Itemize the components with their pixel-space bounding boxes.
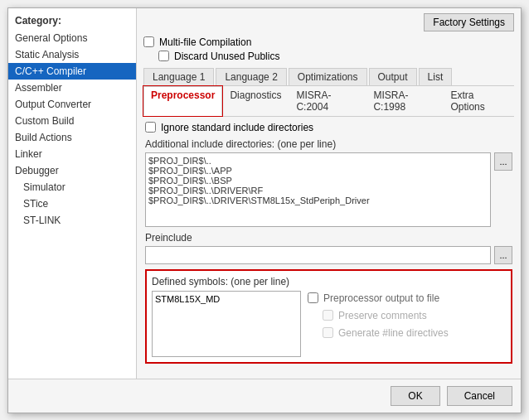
ignore-std-label: Ignore standard include directories <box>161 122 313 133</box>
preserve-comments-label: Preserve comments <box>338 310 427 321</box>
sidebar-item-static-analysis[interactable]: Static Analysis <box>8 46 136 63</box>
top-bar: Factory Settings <box>143 13 514 31</box>
preinclude-row: ... <box>145 246 512 264</box>
defined-symbols-textarea[interactable] <box>152 291 301 357</box>
discard-unused-checkbox[interactable] <box>158 51 169 61</box>
tab-language1[interactable]: Language 1 <box>143 68 214 85</box>
ok-button[interactable]: OK <box>391 386 439 406</box>
tab2-extra-options[interactable]: Extra Options <box>443 86 514 116</box>
tab-list[interactable]: List <box>419 68 453 85</box>
discard-unused-label: Discard Unused Publics <box>174 51 279 62</box>
tab-output[interactable]: Output <box>369 68 417 85</box>
multi-file-row: Multi-file Compilation <box>143 36 514 48</box>
factory-settings-button[interactable]: Factory Settings <box>424 13 514 31</box>
main-content: Factory Settings Multi-file Compilation … <box>137 8 521 379</box>
ignore-std-checkbox[interactable] <box>145 122 156 133</box>
preproc-output-row: Preprocessor output to file <box>308 292 449 304</box>
include-dirs-textarea[interactable] <box>145 152 491 227</box>
ignore-std-row: Ignore standard include directories <box>145 122 512 133</box>
sidebar-item-simulator[interactable]: Simulator <box>8 179 136 196</box>
sidebar-item-st-link[interactable]: ST-LINK <box>8 212 136 229</box>
defined-symbols-label: Defined symbols: (one per line) <box>152 276 506 287</box>
defined-symbols-section: Defined symbols: (one per line) Preproce… <box>145 269 512 364</box>
sidebar-item-cpp-compiler[interactable]: C/C++ Compiler <box>8 63 136 80</box>
tab2-misra1998[interactable]: MISRA-C:1998 <box>366 86 443 116</box>
content-area: Ignore standard include directories Addi… <box>143 117 514 374</box>
defined-symbols-body: Preprocessor output to file Preserve com… <box>152 291 506 357</box>
include-dirs-wrapper: ... <box>145 152 512 227</box>
tabs-row2: PreprocessorDiagnosticsMISRA-C:2004MISRA… <box>143 86 514 117</box>
preinclude-input[interactable] <box>145 246 491 264</box>
multi-file-checkbox[interactable] <box>143 36 154 47</box>
preserve-comments-checkbox[interactable] <box>323 310 333 321</box>
sidebar-item-linker[interactable]: Linker <box>8 146 136 162</box>
sidebar-item-general-options[interactable]: General Options <box>8 30 136 46</box>
tab2-misra2004[interactable]: MISRA-C:2004 <box>289 86 366 116</box>
preproc-output-checkbox[interactable] <box>308 292 318 303</box>
sidebar-item-stice[interactable]: STice <box>8 196 136 212</box>
include-dirs-browse-button[interactable]: ... <box>494 152 512 171</box>
preinclude-label: Preinclude <box>145 232 512 244</box>
preproc-output-label: Preprocessor output to file <box>323 292 439 304</box>
generate-directives-row: Generate #line directives <box>323 327 449 339</box>
preproc-options: Preprocessor output to file Preserve com… <box>308 291 449 357</box>
tab-language2[interactable]: Language 2 <box>216 68 286 85</box>
tab2-diagnostics[interactable]: Diagnostics <box>222 86 289 116</box>
preinclude-browse-button[interactable]: ... <box>494 246 512 264</box>
sidebar-item-debugger[interactable]: Debugger <box>8 162 136 179</box>
multi-file-label: Multi-file Compilation <box>159 36 251 48</box>
additional-dirs-label: Additional include directories: (one per… <box>145 138 512 150</box>
sidebar: Category: General OptionsStatic Analysis… <box>8 8 137 379</box>
preserve-comments-row: Preserve comments <box>323 310 449 321</box>
sidebar-item-output-converter[interactable]: Output Converter <box>8 96 136 113</box>
category-label: Category: <box>8 12 136 30</box>
tab2-preprocessor[interactable]: Preprocessor <box>143 86 222 116</box>
cancel-button[interactable]: Cancel <box>447 386 512 406</box>
sidebar-item-assembler[interactable]: Assembler <box>8 80 136 96</box>
generate-directives-label: Generate #line directives <box>338 327 449 339</box>
tab-optimizations[interactable]: Optimizations <box>289 68 367 85</box>
sidebar-item-build-actions[interactable]: Build Actions <box>8 129 136 146</box>
generate-directives-checkbox[interactable] <box>323 327 333 338</box>
discard-unused-row: Discard Unused Publics <box>158 51 514 62</box>
options-dialog: Category: General OptionsStatic Analysis… <box>7 7 522 413</box>
dialog-body: Category: General OptionsStatic Analysis… <box>8 8 521 379</box>
tabs-row1: Language 1Language 2OptimizationsOutputL… <box>143 68 514 86</box>
sidebar-item-custom-build[interactable]: Custom Build <box>8 113 136 129</box>
bottom-bar: OK Cancel <box>8 379 521 413</box>
